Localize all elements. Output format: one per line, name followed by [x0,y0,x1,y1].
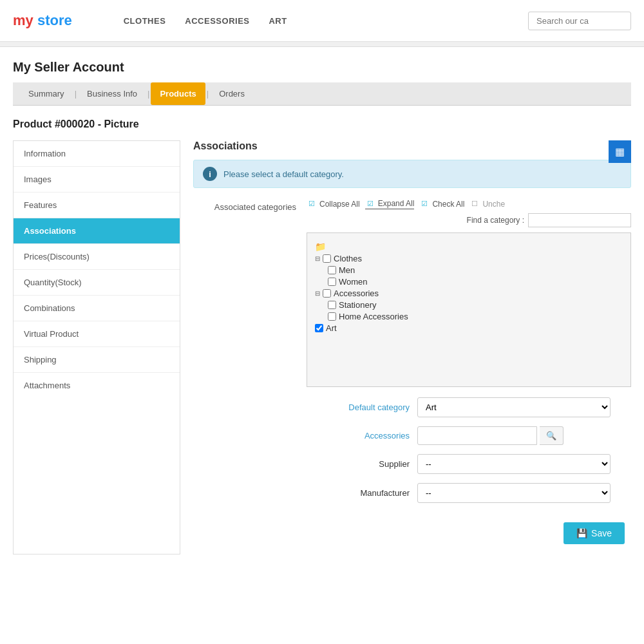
info-message: Please select a default category. [223,169,344,179]
check-all-label: Check All [432,200,464,209]
save-label: Save [591,528,612,538]
expand-all-label: Expand All [378,199,415,208]
uncheck-all-button[interactable]: ☐ Unche [469,199,505,209]
manufacturer-row: Manufacturer -- [307,483,631,503]
category-tree: 📁 ⊟ Clothes [307,232,631,387]
checkbox-home-accessories[interactable] [328,312,336,321]
tabs-bar: Summary | Business Info | Products | Ord… [13,82,631,106]
supplier-select[interactable]: -- [417,454,611,474]
tree-label-accessories: Accessories [334,289,379,298]
tree-node-women: Women [328,277,623,287]
info-icon: i [203,167,217,181]
accessories-label: Accessories [307,431,410,440]
category-row: Associated categories ☑ Collapse All ☑ E… [193,198,631,544]
tree-node-men: Men [328,265,623,275]
sidebar-item-attachments[interactable]: Attachments [14,373,180,398]
checkbox-clothes[interactable] [323,254,331,263]
collapse-all-label: Collapse All [319,200,360,209]
default-category-row: Default category Art Clothes Accessories [307,397,631,417]
tree-label-art: Art [326,323,337,333]
tab-business-info[interactable]: Business Info [78,82,146,105]
product-layout: Information Images Features Associations… [13,140,631,554]
product-heading: Product #000020 - Picture [13,118,631,130]
tab-orders[interactable]: Orders [210,82,254,105]
save-icon: 💾 [576,528,587,538]
checkbox-men[interactable] [328,266,336,274]
sidebar-item-shipping[interactable]: Shipping [14,347,180,373]
tree-expand-clothes[interactable]: ⊟ [315,255,320,262]
associated-categories-label: Associated categories [193,198,296,212]
grid-icon: ▦ [615,146,625,157]
sidebar-item-information[interactable]: Information [14,141,180,167]
grid-view-button[interactable]: ▦ [609,140,631,163]
product-sidebar: Information Images Features Associations… [13,140,180,554]
nav-clothes[interactable]: CLOTHES [124,16,166,26]
logo-my: my [13,12,33,28]
default-category-label: Default category [307,402,410,412]
accessories-form-row: Accessories 🔍 [307,426,631,445]
default-category-select[interactable]: Art Clothes Accessories [417,397,611,417]
form-section: Default category Art Clothes Accessories… [307,397,631,503]
tree-label-stationery: Stationery [339,300,377,310]
accessories-search-button[interactable]: 🔍 [540,426,564,445]
accessories-input[interactable] [417,426,537,445]
category-controls: ☑ Collapse All ☑ Expand All ☑ Check All [307,198,631,544]
tab-products[interactable]: Products [151,82,205,105]
uncheck-icon: ☐ [469,199,480,209]
folder-icon: 📁 [315,242,326,252]
sidebar-item-prices-discounts[interactable]: Prices(Discounts) [14,244,180,270]
find-category-label: Find a category : [467,216,524,225]
find-category-row: Find a category : [307,213,631,227]
tree-children-clothes: Men Women [328,265,623,287]
uncheck-label: Unche [482,200,505,209]
supplier-label: Supplier [307,459,410,469]
sidebar-item-combinations[interactable]: Combinations [14,296,180,321]
checkbox-accessories[interactable] [323,289,331,298]
search-input[interactable] [528,12,631,30]
collapse-all-button[interactable]: ☑ Collapse All [307,199,360,209]
tree-node-art: Art [315,323,623,333]
tree-node-home-accessories: Home Accessories [328,312,623,321]
check-all-button[interactable]: ☑ Check All [419,199,464,209]
collapse-icon: ☑ [307,199,317,209]
header: my store CLOTHES ACCESSORIES ART [0,0,644,42]
sidebar-item-features[interactable]: Features [14,193,180,218]
logo-store: store [37,12,72,28]
tree-node-accessories: ⊟ Accessories Stationery [315,289,623,321]
sidebar-item-virtual-product[interactable]: Virtual Product [14,321,180,347]
tree-label-women: Women [339,277,368,287]
tree-root: 📁 [315,242,623,252]
sidebar-item-quantity-stock[interactable]: Quantity(Stock) [14,270,180,296]
accessories-input-group: 🔍 [417,426,564,445]
logo: my store [13,12,72,29]
expand-all-button[interactable]: ☑ Expand All [365,198,415,209]
nav-accessories[interactable]: ACCESSORIES [185,16,249,26]
find-category-input[interactable] [528,213,631,227]
sidebar-item-images[interactable]: Images [14,167,180,193]
checkbox-stationery[interactable] [328,301,336,309]
checkbox-women[interactable] [328,278,336,286]
tree-label-clothes: Clothes [334,254,362,263]
tree-expand-accessories[interactable]: ⊟ [315,290,320,297]
sidebar-item-associations[interactable]: Associations [14,218,180,244]
info-alert: i Please select a default category. [193,160,631,188]
tree-children-accessories: Stationery Home Accessories [328,300,623,321]
manufacturer-select[interactable]: -- [417,483,611,503]
nav-art[interactable]: ART [269,16,287,26]
check-all-icon: ☑ [419,199,430,209]
save-button[interactable]: 💾 Save [564,522,625,544]
associations-title: Associations [193,140,631,152]
associations-panel: ▦ Associations i Please select a default… [193,140,631,554]
tree-node-clothes: ⊟ Clothes Men [315,254,623,287]
main-content: My Seller Account Summary | Business Inf… [0,47,644,567]
checkbox-art[interactable] [315,324,323,332]
tree-label-men: Men [339,265,355,275]
cat-actions: ☑ Collapse All ☑ Expand All ☑ Check All [307,198,631,209]
manufacturer-label: Manufacturer [307,488,410,498]
supplier-row: Supplier -- [307,454,631,474]
save-bar: 💾 Save [307,522,631,544]
tree-label-home-accessories: Home Accessories [339,312,408,321]
nav-menu: CLOTHES ACCESSORIES ART [124,16,528,26]
tab-summary[interactable]: Summary [19,82,73,105]
account-title: My Seller Account [13,60,631,75]
